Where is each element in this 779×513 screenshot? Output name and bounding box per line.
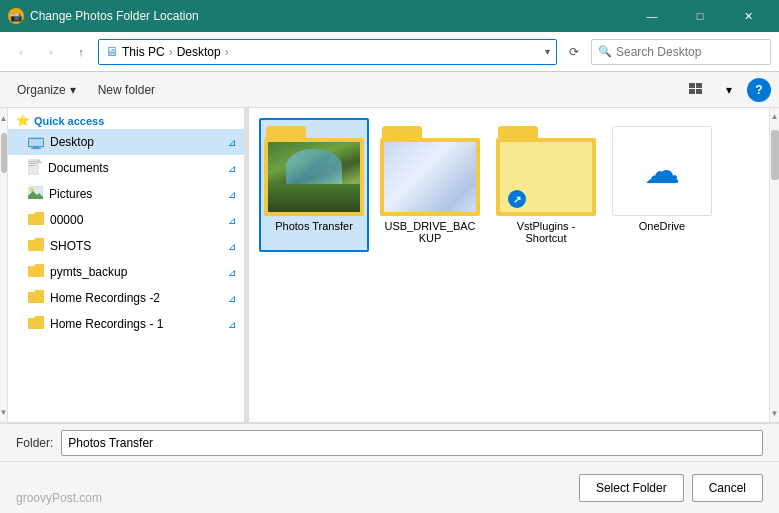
footer-bar: Select Folder Cancel: [0, 461, 779, 513]
new-folder-label: New folder: [98, 83, 155, 97]
organize-button[interactable]: Organize ▾: [8, 76, 85, 104]
maximize-button[interactable]: □: [677, 0, 723, 32]
svg-rect-11: [29, 163, 37, 164]
home-rec-1-pin-icon: ⊿: [228, 319, 236, 330]
svg-rect-0: [689, 83, 695, 88]
forward-button[interactable]: ›: [38, 39, 64, 65]
content-scroll-thumb: [771, 130, 779, 180]
onedrive-icon: ☁: [644, 150, 680, 192]
shortcut-arrow-icon: ↗: [508, 190, 526, 208]
sidebar-shots-label: SHOTS: [50, 239, 222, 253]
window-title: Change Photos Folder Location: [30, 9, 623, 23]
toolbar: Organize ▾ New folder ▾ ?: [0, 72, 779, 108]
close-button[interactable]: ✕: [725, 0, 771, 32]
sidebar-item-pictures[interactable]: Pictures ⊿: [8, 181, 244, 207]
folder-shots-icon: [28, 238, 44, 254]
app-icon: 📷: [8, 8, 24, 24]
search-icon: 🔍: [598, 45, 612, 58]
organize-dropdown-icon: ▾: [70, 83, 76, 97]
select-folder-button[interactable]: Select Folder: [579, 474, 684, 502]
content-scrollbar: ▲ ▼: [769, 108, 779, 422]
content-area: Photos Transfer USB_DRIVE_BACKUP: [249, 108, 769, 422]
sidebar-item-documents[interactable]: Documents ⊿: [8, 155, 244, 181]
scroll-up-arrow[interactable]: ▲: [0, 108, 7, 128]
title-bar: 📷 Change Photos Folder Location — □ ✕: [0, 0, 779, 32]
quick-access-label: Quick access: [34, 115, 104, 127]
search-input[interactable]: [616, 45, 764, 59]
view-icon: [689, 83, 705, 97]
folder-item-onedrive[interactable]: ☁ OneDrive: [607, 118, 717, 240]
new-folder-button[interactable]: New folder: [89, 76, 164, 104]
folder-pymts-icon: [28, 264, 44, 280]
sidebar: ⭐ Quick access Desktop ⊿ Documents ⊿ Pic…: [8, 108, 245, 422]
desktop-pin-icon: ⊿: [228, 137, 236, 148]
view-dropdown-button[interactable]: ▾: [715, 76, 743, 104]
sidebar-item-home-rec-1[interactable]: Home Recordings - 1 ⊿: [8, 311, 244, 337]
sidebar-home-rec-2-label: Home Recordings -2: [50, 291, 222, 305]
path-dropdown[interactable]: ▾: [545, 46, 550, 57]
sidebar-item-pymts[interactable]: pymts_backup ⊿: [8, 259, 244, 285]
home-rec-2-pin-icon: ⊿: [228, 293, 236, 304]
quick-access-header[interactable]: ⭐ Quick access: [8, 108, 244, 129]
view-button[interactable]: [683, 76, 711, 104]
sidebar-item-shots[interactable]: SHOTS ⊿: [8, 233, 244, 259]
folder-item-vst-plugins[interactable]: ↗ VstPlugins - Shortcut: [491, 118, 601, 252]
vst-plugins-label: VstPlugins - Shortcut: [499, 220, 593, 244]
minimize-button[interactable]: —: [629, 0, 675, 32]
cancel-button[interactable]: Cancel: [692, 474, 763, 502]
documents-icon: [28, 159, 42, 178]
refresh-button[interactable]: ⟳: [561, 39, 587, 65]
sidebar-pymts-label: pymts_backup: [50, 265, 222, 279]
svg-rect-8: [31, 148, 41, 149]
path-this-pc[interactable]: This PC: [122, 45, 165, 59]
folder-item-photos-transfer[interactable]: Photos Transfer: [259, 118, 369, 252]
sidebar-item-desktop[interactable]: Desktop ⊿: [8, 129, 244, 155]
sidebar-desktop-label: Desktop: [50, 135, 222, 149]
sidebar-scrollbar: ▲ ▼: [0, 108, 8, 422]
pictures-icon: [28, 186, 43, 202]
folder-label: Folder:: [16, 436, 53, 450]
svg-rect-1: [696, 83, 702, 88]
photos-transfer-label: Photos Transfer: [275, 220, 353, 232]
sidebar-documents-label: Documents: [48, 161, 222, 175]
scroll-thumb: [1, 133, 7, 173]
content-scroll-down[interactable]: ▼: [770, 405, 779, 422]
quick-access-icon: ⭐: [16, 114, 30, 127]
pictures-pin-icon: ⊿: [228, 189, 236, 200]
desktop-folder-icon: [28, 136, 44, 149]
path-desktop[interactable]: Desktop: [177, 45, 221, 59]
sidebar-item-home-rec-2[interactable]: Home Recordings -2 ⊿: [8, 285, 244, 311]
sidebar-home-rec-1-label: Home Recordings - 1: [50, 317, 222, 331]
help-button[interactable]: ?: [747, 78, 771, 102]
this-pc-icon: 🖥: [105, 44, 118, 59]
folder-00000-icon: [28, 212, 44, 228]
folder-input[interactable]: [61, 430, 763, 456]
address-bar: ‹ › ↑ 🖥 This PC › Desktop › ▾ ⟳ 🔍: [0, 32, 779, 72]
shots-pin-icon: ⊿: [228, 241, 236, 252]
folder-home-rec-2-icon: [28, 290, 44, 306]
organize-label: Organize: [17, 83, 66, 97]
bottom-bar: Folder:: [0, 423, 779, 461]
folder-home-rec-1-icon: [28, 316, 44, 332]
up-button[interactable]: ↑: [68, 39, 94, 65]
documents-pin-icon: ⊿: [228, 163, 236, 174]
svg-rect-6: [29, 139, 43, 146]
toolbar-right: ▾ ?: [683, 76, 771, 104]
sidebar-item-00000[interactable]: 00000 ⊿: [8, 207, 244, 233]
scroll-down-arrow[interactable]: ▼: [0, 402, 7, 422]
window-controls: — □ ✕: [629, 0, 771, 32]
address-path[interactable]: 🖥 This PC › Desktop › ▾: [98, 39, 557, 65]
svg-rect-10: [29, 161, 37, 162]
usb-drive-label: USB_DRIVE_BACKUP: [383, 220, 477, 244]
folder-item-usb-drive[interactable]: USB_DRIVE_BACKUP: [375, 118, 485, 252]
svg-rect-2: [689, 89, 695, 94]
pymts-pin-icon: ⊿: [228, 267, 236, 278]
search-box[interactable]: 🔍: [591, 39, 771, 65]
back-button[interactable]: ‹: [8, 39, 34, 65]
svg-rect-12: [29, 165, 35, 166]
content-scroll-up[interactable]: ▲: [770, 108, 779, 125]
svg-point-16: [30, 188, 34, 192]
sidebar-pictures-label: Pictures: [49, 187, 222, 201]
svg-rect-3: [696, 89, 702, 94]
00000-pin-icon: ⊿: [228, 215, 236, 226]
